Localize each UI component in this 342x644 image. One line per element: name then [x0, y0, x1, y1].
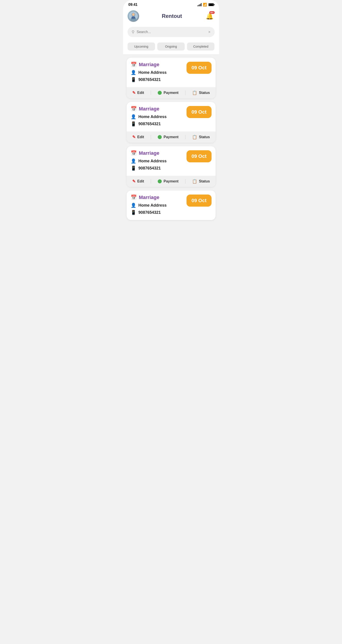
calendar-icon-3: 📅: [131, 150, 137, 156]
booking-card-1: 📅 Marriage 👤 Home Address 📱 9087654321 0…: [127, 58, 216, 98]
event-row-4: 📅 Marriage: [131, 194, 187, 200]
card-info-2: 📅 Marriage 👤 Home Address 📱 9087654321: [131, 106, 187, 128]
card-info-4: 📅 Marriage 👤 Home Address 📱 9087654321: [131, 194, 187, 217]
divider-2b: [185, 135, 185, 139]
status-button-2[interactable]: 📋 Status: [192, 134, 210, 140]
svg-point-3: [132, 13, 135, 16]
phone-row-4: 📱 9087654321: [131, 210, 187, 215]
filter-tabs: Upcoming Ongoing Completed: [123, 41, 219, 54]
edit-label-2: Edit: [137, 135, 144, 139]
date-text-1: 09 Oct: [191, 65, 206, 71]
date-badge-4: 09 Oct: [187, 194, 211, 206]
booking-card-4: 📅 Marriage 👤 Home Address 📱 9087654321 0…: [127, 190, 216, 220]
phone-icon-2: 📱: [131, 121, 136, 126]
status-icons: 📶: [197, 3, 214, 7]
phone-icon-4: 📱: [131, 210, 136, 215]
date-text-2: 09 Oct: [191, 109, 206, 115]
date-badge-1: 09 Oct: [187, 62, 211, 74]
divider-1b: [185, 90, 185, 95]
divider-3b: [185, 179, 185, 184]
status-icon-2: 📋: [192, 134, 197, 140]
card-top-1: 📅 Marriage 👤 Home Address 📱 9087654321 0…: [127, 58, 216, 87]
card-top-4: 📅 Marriage 👤 Home Address 📱 9087654321 0…: [127, 190, 216, 220]
tab-ongoing[interactable]: Ongoing: [157, 42, 185, 50]
notification-badge: 99+: [209, 11, 214, 14]
card-top-3: 📅 Marriage 👤 Home Address 📱 9087654321 0…: [127, 146, 216, 176]
phone-text-2: 9087654321: [138, 122, 161, 126]
wifi-icon: 📶: [203, 3, 207, 7]
card-actions-2: ✎ Edit Payment 📋 Status: [127, 132, 216, 143]
event-row-2: 📅 Marriage: [131, 106, 187, 112]
edit-icon-3: ✎: [132, 179, 136, 184]
payment-label-3: Payment: [164, 179, 178, 183]
event-name-4: Marriage: [139, 194, 159, 200]
person-icon-1: 👤: [131, 70, 136, 75]
address-text-2: Home Address: [138, 114, 167, 119]
event-row-1: 📅 Marriage: [131, 62, 187, 68]
date-text-3: 09 Oct: [191, 154, 206, 159]
clear-icon[interactable]: ×: [208, 30, 211, 34]
avatar[interactable]: [128, 10, 139, 22]
payment-button-3[interactable]: Payment: [158, 179, 178, 183]
payment-dot-1: [158, 91, 162, 95]
booking-card-2: 📅 Marriage 👤 Home Address 📱 9087654321 0…: [127, 102, 216, 143]
battery-icon: [208, 3, 214, 6]
date-badge-2: 09 Oct: [187, 106, 211, 118]
phone-icon-3: 📱: [131, 166, 136, 171]
payment-button-2[interactable]: Payment: [158, 135, 178, 139]
booking-card-3: 📅 Marriage 👤 Home Address 📱 9087654321 0…: [127, 146, 216, 187]
edit-button-2[interactable]: ✎ Edit: [132, 134, 144, 140]
event-name-3: Marriage: [139, 150, 159, 156]
card-info-3: 📅 Marriage 👤 Home Address 📱 9087654321: [131, 150, 187, 173]
address-row-1: 👤 Home Address: [131, 70, 187, 75]
booking-list: 📅 Marriage 👤 Home Address 📱 9087654321 0…: [123, 54, 219, 224]
address-row-2: 👤 Home Address: [131, 114, 187, 120]
edit-button-1[interactable]: ✎ Edit: [132, 90, 144, 95]
address-text-1: Home Address: [138, 70, 167, 75]
card-top-2: 📅 Marriage 👤 Home Address 📱 9087654321 0…: [127, 102, 216, 132]
status-bar: 09:41 📶: [123, 0, 219, 8]
status-label-1: Status: [199, 91, 210, 95]
phone-text-1: 9087654321: [138, 77, 161, 82]
search-container: ⚲ ×: [123, 24, 219, 41]
phone-text-3: 9087654321: [138, 166, 161, 170]
status-icon-1: 📋: [192, 90, 197, 95]
card-info-1: 📅 Marriage 👤 Home Address 📱 9087654321: [131, 62, 187, 84]
status-button-1[interactable]: 📋 Status: [192, 90, 210, 95]
phone-text-4: 9087654321: [138, 210, 161, 215]
phone-icon-1: 📱: [131, 77, 136, 82]
tab-completed[interactable]: Completed: [187, 42, 214, 50]
event-row-3: 📅 Marriage: [131, 150, 187, 156]
svg-rect-4: [132, 16, 135, 19]
edit-icon-1: ✎: [132, 90, 136, 95]
payment-label-1: Payment: [164, 91, 178, 95]
status-time: 09:41: [128, 3, 138, 7]
calendar-icon-1: 📅: [131, 62, 137, 68]
edit-label-1: Edit: [137, 91, 144, 95]
card-actions-1: ✎ Edit Payment 📋 Status: [127, 87, 216, 98]
signal-icon: [197, 3, 202, 6]
payment-button-1[interactable]: Payment: [158, 91, 178, 95]
edit-button-3[interactable]: ✎ Edit: [132, 179, 144, 184]
status-label-3: Status: [199, 179, 210, 183]
card-actions-3: ✎ Edit Payment 📋 Status: [127, 176, 216, 187]
event-name-1: Marriage: [139, 62, 159, 68]
phone-row-3: 📱 9087654321: [131, 166, 187, 171]
header: Rentout 🔔 99+: [123, 8, 219, 24]
calendar-icon-2: 📅: [131, 106, 137, 112]
search-input[interactable]: [137, 30, 206, 34]
status-button-3[interactable]: 📋 Status: [192, 179, 210, 184]
app-title: Rentout: [162, 13, 182, 19]
notification-bell[interactable]: 🔔 99+: [205, 11, 215, 21]
address-text-4: Home Address: [138, 203, 167, 208]
date-text-4: 09 Oct: [191, 198, 206, 204]
search-icon: ⚲: [132, 30, 134, 34]
tab-upcoming[interactable]: Upcoming: [128, 42, 155, 50]
address-row-3: 👤 Home Address: [131, 158, 187, 164]
phone-row-2: 📱 9087654321: [131, 121, 187, 126]
person-icon-2: 👤: [131, 114, 136, 120]
person-icon-3: 👤: [131, 158, 136, 164]
phone-row-1: 📱 9087654321: [131, 77, 187, 82]
address-row-4: 👤 Home Address: [131, 202, 187, 208]
calendar-icon-4: 📅: [131, 194, 137, 200]
